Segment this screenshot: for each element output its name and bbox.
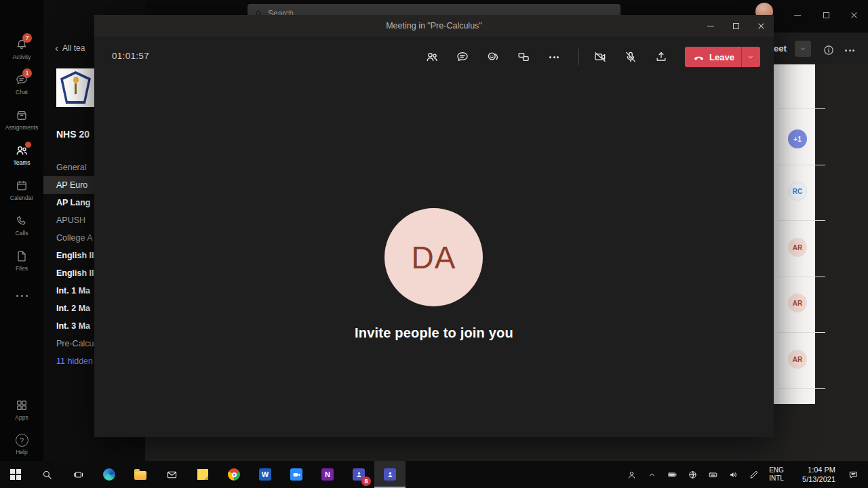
participant-avatar[interactable]: AR [788, 350, 807, 369]
channel-more-button[interactable] [842, 43, 857, 58]
app-minimize-button[interactable] [786, 5, 809, 24]
invite-message: Invite people to join you [94, 325, 774, 341]
reactions-button[interactable] [482, 46, 504, 68]
all-teams-back-button[interactable]: ‹ All tea [55, 42, 85, 54]
video-camera-icon [292, 470, 301, 479]
maximize-icon [733, 23, 739, 29]
sticky-notes-taskbar-icon[interactable] [187, 461, 218, 488]
share-screen-button[interactable] [650, 46, 672, 68]
toolbar-divider [578, 49, 579, 65]
meet-dropdown-button[interactable] [795, 41, 811, 57]
people-tray-button[interactable] [621, 461, 642, 488]
taskbar-search-button[interactable] [31, 461, 62, 488]
camera-off-button[interactable] [589, 46, 611, 68]
meeting-window: Meeting in "Pre-Calculus" 01:01:57 [94, 15, 774, 437]
participant-avatar[interactable]: AR [788, 293, 807, 312]
rail-item-label: Assignments [5, 124, 39, 131]
chrome-taskbar-icon[interactable] [218, 461, 250, 488]
meeting-titlebar[interactable]: Meeting in "Pre-Calculus" [94, 15, 774, 37]
start-button[interactable] [0, 461, 31, 488]
reactions-icon [486, 50, 500, 64]
volume-status[interactable] [723, 461, 743, 488]
rail-item-activity[interactable]: 7 Activity [0, 33, 43, 65]
list-separator [778, 332, 825, 333]
person-icon [355, 470, 363, 479]
document-icon [15, 249, 28, 263]
user-avatar: DA [384, 208, 483, 306]
meeting-minimize-button[interactable] [698, 15, 723, 37]
participant-avatar[interactable]: RC [788, 182, 807, 201]
hangup-phone-icon [693, 52, 705, 63]
person-icon [627, 470, 637, 480]
tray-expand-button[interactable] [642, 461, 662, 488]
rail-item-calls[interactable]: Calls [0, 209, 43, 241]
channel-label: Int. 1 Ma [56, 286, 90, 296]
word-taskbar-icon[interactable]: W [250, 461, 281, 488]
minimize-icon [794, 15, 801, 16]
meet-button[interactable]: eet [774, 43, 787, 54]
file-explorer-taskbar-icon[interactable] [125, 461, 156, 488]
rail-item-assignments[interactable]: Assignments [0, 103, 43, 136]
taskbar-clock[interactable]: 1:04 PM 5/13/2021 [789, 465, 838, 484]
zoom-icon [290, 468, 302, 481]
mic-off-button[interactable] [620, 46, 642, 68]
action-center-button[interactable] [838, 461, 868, 488]
participants-button[interactable] [421, 46, 443, 68]
minimize-icon [707, 26, 714, 26]
onenote-taskbar-icon[interactable]: N [312, 461, 343, 488]
pen-status[interactable] [743, 461, 764, 488]
touch-keyboard-button[interactable] [703, 461, 723, 488]
participant-avatar[interactable]: AR [788, 238, 807, 257]
edge-taskbar-icon[interactable] [94, 461, 125, 488]
meeting-toolbar: 01:01:57 [94, 37, 774, 77]
zoom-taskbar-icon[interactable] [281, 461, 312, 488]
rail-item-chat[interactable]: 1 Chat [0, 68, 43, 100]
leave-button[interactable]: Leave [685, 47, 760, 67]
rail-item-files[interactable]: Files [0, 244, 43, 277]
meeting-chat-button[interactable] [452, 46, 473, 68]
background-list-panel: +1 RC AR AR AR [774, 64, 815, 404]
channel-info-button[interactable] [821, 43, 836, 58]
more-options-button[interactable] [543, 46, 565, 68]
clock-time: 1:04 PM [789, 465, 835, 474]
apps-grid-icon [15, 399, 28, 412]
team-logo-image[interactable] [56, 68, 95, 107]
rail-item-apps[interactable]: Apps [0, 393, 43, 426]
teams-unread-dot [25, 142, 31, 148]
list-separator [778, 165, 825, 165]
list-separator [778, 277, 825, 277]
briefcase-icon [15, 108, 28, 122]
app-maximize-button[interactable] [814, 5, 837, 24]
rail-item-teams[interactable]: Teams [0, 138, 43, 171]
teams-meeting-taskbar-icon[interactable] [374, 461, 406, 488]
teams-icon [384, 468, 396, 481]
rail-item-calendar[interactable]: Calendar [0, 174, 43, 206]
hidden-channels-label: 11 hidden [56, 357, 93, 366]
network-status[interactable] [682, 461, 703, 488]
task-view-button[interactable] [62, 461, 94, 488]
meeting-close-button[interactable] [749, 15, 774, 37]
chrome-center [232, 472, 237, 477]
language-indicator[interactable]: ENG INTL [764, 466, 789, 483]
chevron-up-icon [647, 470, 657, 480]
team-name[interactable]: NHS 20 [56, 129, 90, 140]
app-rail: 7 Activity 1 Chat Assignments Teams Cale… [0, 0, 43, 461]
breakout-rooms-button[interactable] [513, 46, 534, 68]
rail-item-help[interactable]: ? Help [0, 428, 43, 461]
leave-main[interactable]: Leave [685, 47, 741, 67]
more-icon [549, 56, 559, 58]
leave-options-button[interactable] [742, 47, 760, 67]
battery-status[interactable] [662, 461, 682, 488]
task-view-icon [73, 469, 84, 481]
list-separator [778, 220, 825, 221]
maximize-icon [823, 12, 829, 18]
rail-more-button[interactable] [0, 290, 43, 301]
participant-avatar[interactable]: +1 [788, 129, 807, 148]
channel-label: College A [56, 233, 93, 243]
person-icon [386, 470, 395, 479]
folder-icon [134, 471, 146, 480]
mail-taskbar-icon[interactable] [156, 461, 187, 488]
teams-taskbar-icon[interactable]: 8 [343, 461, 374, 488]
app-close-button[interactable] [842, 5, 865, 24]
meeting-maximize-button[interactable] [724, 15, 749, 37]
